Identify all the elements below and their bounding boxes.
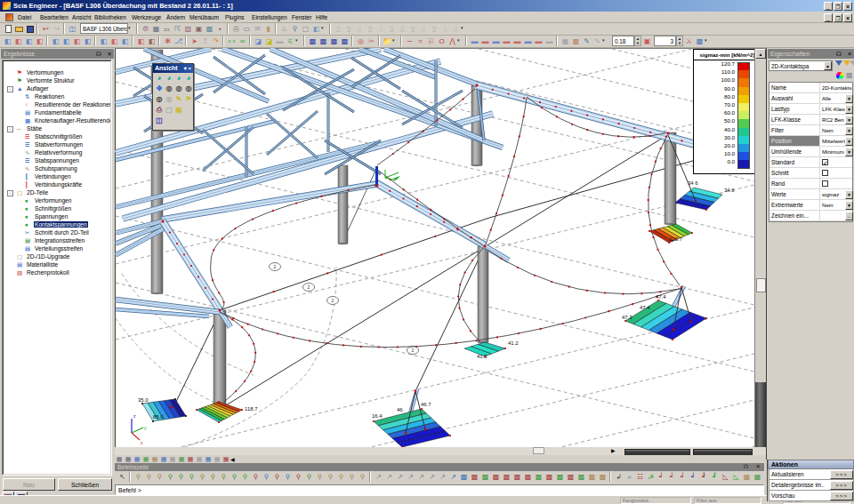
svg-text:47.4: 47.4 — [640, 305, 650, 310]
svg-text:46.: 46. — [397, 407, 405, 412]
svg-text:2: 2 — [332, 298, 334, 303]
svg-text:41.2: 41.2 — [508, 340, 519, 346]
svg-text:34.6: 34.6 — [724, 188, 735, 193]
svg-text:2: 2 — [274, 264, 277, 269]
svg-text:47.4: 47.4 — [656, 294, 666, 300]
svg-text:47.3: 47.3 — [622, 315, 632, 320]
svg-text:85.0: 85.0 — [153, 414, 164, 420]
svg-text:118.7: 118.7 — [245, 406, 258, 412]
svg-text:16.4: 16.4 — [372, 413, 383, 419]
svg-text:2: 2 — [308, 284, 310, 290]
svg-text:120.7: 120.7 — [669, 236, 683, 242]
svg-text:46.7: 46.7 — [421, 402, 431, 407]
svg-text:35.0: 35.0 — [138, 397, 149, 403]
svg-text:2: 2 — [412, 348, 415, 353]
svg-text:41.5: 41.5 — [477, 354, 487, 359]
